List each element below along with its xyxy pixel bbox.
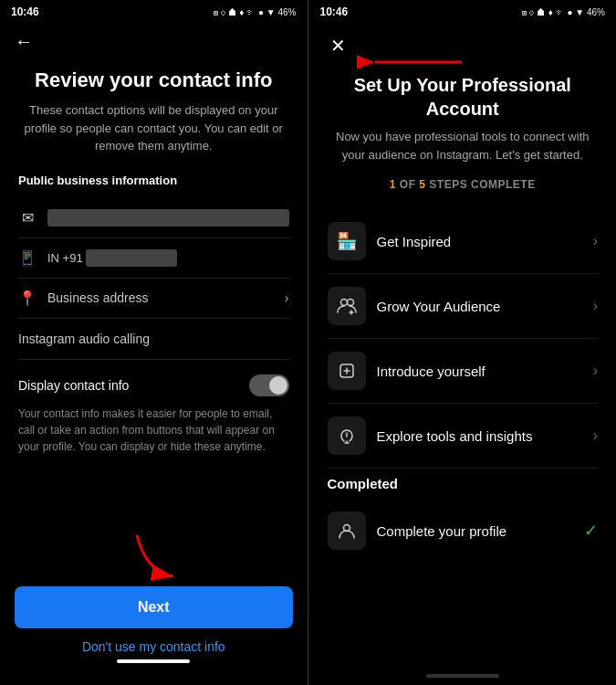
step-explore-tools[interactable]: Explore tools and insights › <box>328 404 599 469</box>
introduce-yourself-icon <box>328 352 366 390</box>
completed-label: Completed <box>328 476 599 491</box>
progress-label: STEPS COMPLETE <box>429 178 535 191</box>
next-button[interactable]: Next <box>15 586 293 628</box>
progress-total: 5 <box>419 178 425 191</box>
address-row[interactable]: 📍 Business address › <box>18 279 289 319</box>
email-row[interactable]: ✉ ████████████████ <box>18 198 289 238</box>
progress-current: 1 <box>390 178 396 191</box>
complete-profile-item[interactable]: Complete your profile ✓ <box>328 501 599 561</box>
home-indicator <box>117 659 190 663</box>
get-inspired-icon: 🏪 <box>328 222 366 260</box>
complete-profile-check: ✓ <box>584 521 598 541</box>
introduce-yourself-chevron: › <box>593 363 598 379</box>
left-panel: 10:46 ▣ ⊙ ☗ ♦ ᯤ ● ▼ 46% ← Review your co… <box>0 0 308 685</box>
get-inspired-label: Get Inspired <box>377 234 582 249</box>
phone-icon: 📱 <box>18 249 37 267</box>
location-icon: 📍 <box>18 290 37 307</box>
svg-point-3 <box>347 300 353 306</box>
svg-point-2 <box>340 300 347 306</box>
right-status-time: 10:46 <box>320 5 349 18</box>
address-chevron: › <box>285 290 289 305</box>
toggle-knob <box>269 376 287 395</box>
left-status-icons: ▣ ⊙ ☗ ♦ ᯤ ● ▼ 46% <box>214 7 297 17</box>
left-bottom: Next Don't use my contact info <box>0 575 308 685</box>
explore-tools-chevron: › <box>593 427 598 444</box>
explore-tools-label: Explore tools and insights <box>377 428 582 444</box>
step-get-inspired[interactable]: 🏪 Get Inspired › <box>328 209 599 274</box>
display-contact-toggle[interactable] <box>249 374 289 396</box>
step-grow-audience[interactable]: Grow Your Audience › <box>328 274 599 339</box>
close-button[interactable]: ✕ <box>324 31 353 60</box>
grow-audience-label: Grow Your Audience <box>377 299 582 314</box>
back-button[interactable]: ← <box>0 24 308 59</box>
grow-audience-chevron: › <box>593 298 598 314</box>
page-title: Review your contact info <box>18 68 289 92</box>
explore-tools-icon <box>328 416 366 455</box>
complete-profile-icon <box>328 511 366 550</box>
right-status-icons: ▣ ⊙ ☗ ♦ ᯤ ● ▼ 46% <box>522 7 605 17</box>
section-label: Public business information <box>18 174 289 187</box>
page-subtitle: These contact options will be displayed … <box>18 101 289 155</box>
display-contact-label: Display contact info <box>18 378 129 393</box>
audio-calling-row: Instagram audio calling <box>18 319 289 360</box>
display-contact-desc: Your contact info makes it easier for pe… <box>18 406 289 455</box>
audio-calling-label: Instagram audio calling <box>18 332 150 346</box>
step-introduce-yourself[interactable]: Introduce yourself › <box>328 339 599 404</box>
steps-progress: 1 OF 5 STEPS COMPLETE <box>328 178 599 191</box>
address-label: Business address <box>47 290 274 305</box>
setup-subtitle: Now you have professional tools to conne… <box>328 128 599 163</box>
display-contact-header: Display contact info <box>18 374 289 396</box>
complete-profile-label: Complete your profile <box>377 523 574 539</box>
email-value: ████████████████ <box>47 209 289 227</box>
email-icon: ✉ <box>18 209 37 227</box>
steps-list: 🏪 Get Inspired › Grow Your Audience <box>328 209 599 469</box>
right-status-bar: 10:46 ▣ ⊙ ☗ ♦ ᯤ ● ▼ 46% <box>309 0 617 24</box>
get-inspired-chevron: › <box>593 233 598 249</box>
left-status-bar: 10:46 ▣ ⊙ ☗ ♦ ᯤ ● ▼ 46% <box>0 0 308 24</box>
right-header: ✕ <box>309 24 617 64</box>
setup-title: Set Up Your Professional Account <box>328 73 599 121</box>
right-home-indicator <box>426 674 499 678</box>
phone-prefix: IN +91 ██████████ <box>47 249 289 267</box>
right-content: Set Up Your Professional Account Now you… <box>309 64 617 669</box>
introduce-yourself-label: Introduce yourself <box>377 364 582 379</box>
display-contact-section: Display contact info Your contact info m… <box>18 374 289 455</box>
phone-row[interactable]: 📱 IN +91 ██████████ <box>18 238 289 279</box>
dont-use-link[interactable]: Don't use my contact info <box>15 639 293 654</box>
left-status-time: 10:46 <box>11 5 39 18</box>
grow-audience-icon <box>328 287 366 325</box>
right-panel: 10:46 ▣ ⊙ ☗ ♦ ᯤ ● ▼ 46% ✕ Set Up Your Pr… <box>308 0 617 685</box>
completed-section: Completed Complete your profile ✓ <box>328 476 599 561</box>
left-content: Review your contact info These contact o… <box>0 59 308 575</box>
